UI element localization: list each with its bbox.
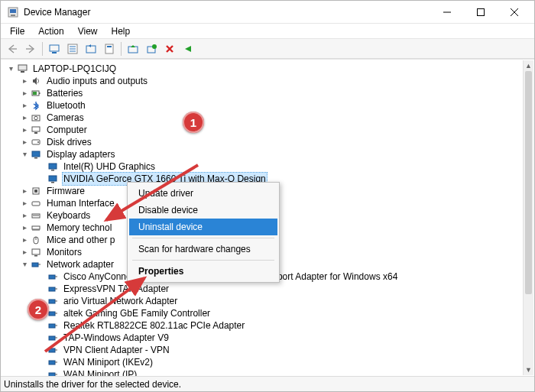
svg-rect-51 <box>32 249 40 254</box>
context-menu: Update driver Disable device Uninstall d… <box>127 182 280 283</box>
chevron-right-icon[interactable]: ▸ <box>19 136 30 148</box>
svg-rect-28 <box>32 127 40 131</box>
toolbar-sheet-icon[interactable] <box>101 40 118 57</box>
chevron-down-icon[interactable]: ▾ <box>19 258 30 271</box>
context-item-disable-device[interactable]: Disable device <box>129 202 277 219</box>
node-label: Monitors <box>45 246 83 258</box>
chevron-down-icon[interactable]: ▾ <box>5 63 16 75</box>
menu-help[interactable]: Help <box>105 25 137 37</box>
back-button[interactable] <box>4 40 21 57</box>
tree-category-display[interactable]: ▾Display adapters <box>2 148 533 160</box>
node-label: WAN Miniport (IP) <box>62 368 138 376</box>
computer-icon <box>30 125 42 135</box>
node-label: Disk drives <box>45 136 93 148</box>
node-label: WAN Miniport (IKEv2) <box>62 356 154 368</box>
network-adapter-icon <box>47 357 59 368</box>
svg-rect-21 <box>18 65 27 70</box>
close-button[interactable] <box>498 2 531 23</box>
scroll-thumb[interactable] <box>525 71 532 294</box>
node-label: VPN Client Adapter - VPN <box>62 344 171 356</box>
network-adapter-icon <box>47 296 59 306</box>
chevron-right-icon[interactable]: ▸ <box>19 209 30 222</box>
svg-rect-71 <box>49 373 55 376</box>
tree-category-disk[interactable]: ▸Disk drives <box>2 136 533 148</box>
svg-rect-4 <box>478 8 485 15</box>
minimize-button[interactable] <box>430 2 464 23</box>
node-label: Batteries <box>45 87 84 99</box>
svg-rect-43 <box>32 226 40 229</box>
context-item-properties[interactable]: Properties <box>129 263 277 280</box>
toolbar-scan-hardware-icon[interactable] <box>143 40 160 57</box>
app-icon <box>7 6 19 18</box>
node-label: Human Interface <box>45 197 116 209</box>
chevron-right-icon[interactable]: ▸ <box>19 124 30 136</box>
toolbar-computer-icon[interactable] <box>46 40 63 57</box>
svg-rect-67 <box>49 348 55 352</box>
context-item-update-driver[interactable]: Update driver <box>129 185 277 202</box>
tree-category-computer[interactable]: ▸Computer <box>2 124 533 136</box>
node-label: altek Gaming GbE Family Controller <box>62 307 212 319</box>
tree-device-net-realtek-pcie[interactable]: ▸Realtek RTL8822CE 802.11ac PCIe Adapter <box>2 319 533 332</box>
tree-category-cameras[interactable]: ▸Cameras <box>2 112 533 124</box>
chevron-right-icon[interactable]: ▸ <box>19 112 30 124</box>
status-bar: Uninstalls the driver for the selected d… <box>1 376 534 391</box>
scroll-up-button[interactable]: ▲ <box>524 60 533 71</box>
svg-rect-36 <box>49 176 57 181</box>
toolbar-enable-icon[interactable] <box>180 40 196 57</box>
status-text: Uninstalls the driver for the selected d… <box>4 379 181 390</box>
vertical-scrollbar[interactable]: ▲ ▼ <box>523 60 533 375</box>
display-adapter-icon <box>47 173 59 184</box>
chevron-right-icon[interactable]: ▸ <box>19 197 30 209</box>
svg-rect-22 <box>21 71 24 73</box>
tree-category-batteries[interactable]: ▸Batteries <box>2 87 533 99</box>
svg-rect-52 <box>34 255 37 257</box>
menu-view[interactable]: View <box>72 25 104 37</box>
tree-device-net-wan-ip[interactable]: ▸WAN Miniport (IP) <box>2 368 533 376</box>
tree-device-net-vpnclient[interactable]: ▸VPN Client Adapter - VPN <box>2 344 533 356</box>
chevron-right-icon[interactable]: ▸ <box>19 185 30 197</box>
disk-icon <box>30 137 42 147</box>
menu-action[interactable]: Action <box>32 25 70 37</box>
title-bar: Device Manager <box>1 1 534 24</box>
chevron-right-icon[interactable]: ▸ <box>19 246 30 258</box>
toolbar-update-driver-icon[interactable] <box>125 40 141 57</box>
chevron-right-icon[interactable]: ▸ <box>19 75 30 87</box>
tree-device-net-express[interactable]: ▸ExpressVPN TAP Adapter <box>2 283 533 295</box>
svg-rect-35 <box>51 170 54 171</box>
context-separator <box>132 260 274 261</box>
chevron-right-icon[interactable]: ▸ <box>19 99 30 112</box>
node-label: TAP-Windows Adapter V9 <box>62 332 170 344</box>
tree-root[interactable]: ▾ LAPTOP-LPQ1CIJQ <box>2 63 533 75</box>
svg-rect-37 <box>51 182 54 183</box>
chevron-right-icon[interactable]: ▸ <box>19 222 30 234</box>
firmware-icon <box>30 186 42 196</box>
context-item-scan-hardware[interactable]: Scan for hardware changes <box>129 241 277 258</box>
svg-rect-17 <box>107 46 112 47</box>
forward-button[interactable] <box>22 40 39 57</box>
tree-device-display-intel[interactable]: ▸Intel(R) UHD Graphics <box>2 160 533 173</box>
toolbar-properties-icon[interactable] <box>64 40 81 57</box>
node-label: Realtek RTL8822CE 802.11ac PCIe Adapter <box>62 319 246 332</box>
menu-file[interactable]: File <box>4 25 31 37</box>
toolbar <box>1 39 534 59</box>
tree-device-net-wan-ikev2[interactable]: ▸WAN Miniport (IKEv2) <box>2 356 533 368</box>
toolbar-refresh-icon[interactable] <box>83 40 99 57</box>
tree-device-net-realtek-gbe[interactable]: ▸altek Gaming GbE Family Controller <box>2 307 533 319</box>
tree-category-audio[interactable]: ▸Audio inputs and outputs <box>2 75 533 87</box>
svg-rect-55 <box>49 275 55 279</box>
tree-device-net-tap[interactable]: ▸TAP-Windows Adapter V9 <box>2 332 533 344</box>
context-item-uninstall-device[interactable]: Uninstall device <box>129 219 277 235</box>
svg-rect-69 <box>49 361 55 364</box>
tree-category-bluetooth[interactable]: ▸Bluetooth <box>2 99 533 112</box>
tree-device-net-virtual[interactable]: ▸ario Virtual Network Adapter <box>2 295 533 307</box>
chevron-right-icon[interactable]: ▸ <box>19 87 30 99</box>
maximize-button[interactable] <box>464 2 498 23</box>
toolbar-separator <box>121 42 122 56</box>
node-label: Display adapters <box>45 148 116 160</box>
toolbar-uninstall-icon[interactable] <box>161 40 178 57</box>
chevron-down-icon[interactable]: ▾ <box>19 148 30 160</box>
scroll-down-button[interactable]: ▼ <box>524 364 533 375</box>
scroll-track[interactable] <box>524 71 533 364</box>
node-label: Computer <box>45 124 89 136</box>
chevron-right-icon[interactable]: ▸ <box>19 234 30 246</box>
